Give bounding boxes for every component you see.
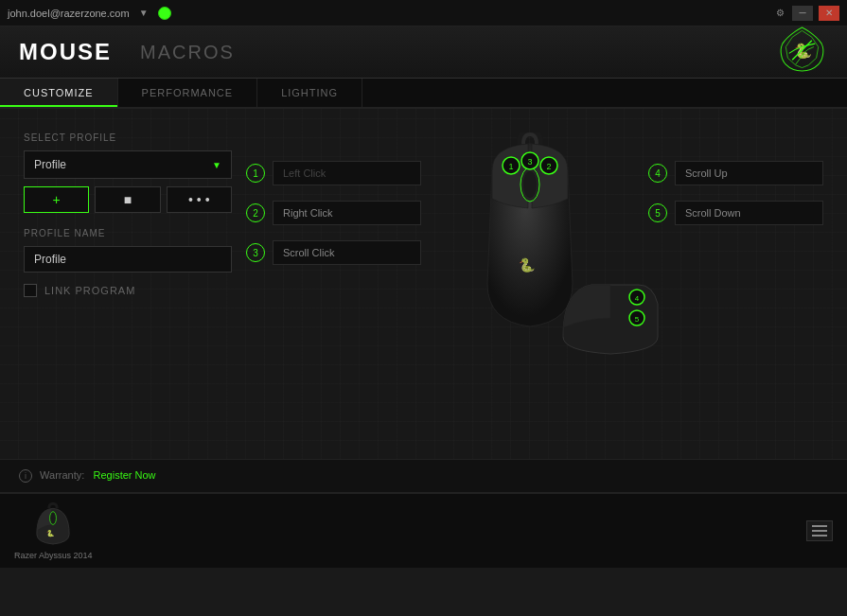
btn-scroll-down[interactable]: Scroll Down: [675, 201, 823, 225]
svg-text:2: 2: [546, 162, 551, 171]
svg-text:🐍: 🐍: [794, 42, 812, 60]
app-subtitle: MACROS: [140, 42, 235, 63]
button-row-5: 5 Scroll Down: [648, 201, 823, 225]
btn-scroll-click[interactable]: Scroll Click: [273, 240, 421, 265]
hamburger-icon: [812, 525, 827, 527]
middle-right-area: 1 Left Click 2 Right Click 3 Scroll Clic…: [246, 132, 823, 445]
svg-text:5: 5: [635, 315, 640, 324]
right-button-column: 4 Scroll Up 5 Scroll Down: [639, 132, 823, 233]
titlebar: john.doel@razerzone.com ▼ ⚙ ─ ✕: [0, 0, 847, 26]
btn-number-1: 1: [246, 164, 265, 183]
titlebar-controls: ⚙ ─ ✕: [773, 6, 839, 21]
dropdown-icon[interactable]: ▼: [137, 7, 150, 20]
hamburger-icon: [812, 530, 827, 532]
link-program-label: LINK PROGRAM: [44, 285, 135, 296]
svg-text:1: 1: [508, 162, 513, 171]
btn-number-5: 5: [648, 203, 667, 222]
warranty-text: i Warranty: Register Now: [19, 469, 156, 483]
status-indicator: [158, 7, 171, 20]
svg-text:4: 4: [635, 294, 640, 303]
add-profile-button[interactable]: +: [24, 186, 89, 213]
user-email: john.doel@razerzone.com: [8, 8, 130, 19]
taskbar-device[interactable]: 🐍 Razer Abyssus 2014: [14, 502, 93, 560]
link-program-row[interactable]: LINK PROGRAM: [24, 284, 232, 297]
left-button-column: 1 Left Click 2 Right Click 3 Scroll Clic…: [246, 132, 421, 273]
dropdown-arrow-icon: ▼: [212, 160, 221, 170]
status-bar: i Warranty: Register Now: [0, 459, 847, 492]
minimize-button[interactable]: ─: [792, 6, 813, 21]
profile-select-value: Profile: [34, 158, 66, 171]
profile-action-buttons: + ■ • • •: [24, 186, 232, 213]
profile-name-input[interactable]: [24, 246, 232, 273]
titlebar-left: john.doel@razerzone.com ▼: [8, 7, 171, 20]
tab-bar: CUSTOMIZE PERFORMANCE LIGHTING: [0, 79, 847, 109]
hamburger-icon: [812, 535, 827, 537]
content-area: SELECT PROFILE Profile ▼ + ■ • • • PROFI…: [0, 109, 847, 459]
taskbar-menu-button[interactable]: [806, 520, 833, 541]
mouse-side-view: 4 5: [554, 271, 667, 369]
app-title: MOUSE: [19, 39, 112, 65]
svg-point-14: [50, 512, 57, 525]
mouse-visual: 🐍 1 2 3: [421, 132, 639, 360]
svg-text:🐍: 🐍: [519, 257, 536, 273]
taskbar-device-label: Razer Abyssus 2014: [14, 551, 93, 560]
more-options-button[interactable]: • • •: [167, 186, 232, 213]
button-row-2: 2 Right Click: [246, 201, 421, 225]
svg-point-2: [523, 171, 537, 198]
select-profile-label: SELECT PROFILE: [24, 132, 232, 143]
button-row-3: 3 Scroll Click: [246, 240, 421, 265]
tab-lighting[interactable]: LIGHTING: [257, 79, 362, 107]
svg-text:🐍: 🐍: [46, 529, 55, 537]
main-header: MOUSE MACROS 🐍: [0, 26, 847, 79]
btn-number-3: 3: [246, 243, 265, 262]
btn-number-4: 4: [648, 164, 667, 183]
link-program-checkbox[interactable]: [24, 284, 37, 297]
button-row-4: 4 Scroll Up: [648, 161, 823, 185]
close-button[interactable]: ✕: [819, 6, 839, 21]
register-now-link[interactable]: Register Now: [94, 469, 156, 481]
taskbar-mouse-icon: 🐍: [25, 502, 81, 547]
svg-text:3: 3: [527, 157, 532, 167]
settings-icon[interactable]: ⚙: [773, 7, 786, 20]
btn-scroll-up[interactable]: Scroll Up: [675, 161, 823, 185]
tab-customize[interactable]: CUSTOMIZE: [0, 79, 118, 107]
btn-left-click[interactable]: Left Click: [273, 161, 421, 185]
profile-name-label: PROFILE NAME: [24, 228, 232, 238]
btn-number-2: 2: [246, 203, 265, 222]
btn-right-click[interactable]: Right Click: [273, 201, 421, 225]
razer-logo: 🐍: [776, 25, 828, 80]
info-icon: i: [19, 469, 32, 483]
delete-profile-button[interactable]: ■: [95, 186, 160, 213]
tab-performance[interactable]: PERFORMANCE: [118, 79, 258, 107]
left-panel: SELECT PROFILE Profile ▼ + ■ • • • PROFI…: [24, 132, 246, 445]
profile-select-dropdown[interactable]: Profile ▼: [24, 150, 232, 179]
button-row-1: 1 Left Click: [246, 161, 421, 185]
taskbar: 🐍 Razer Abyssus 2014: [0, 492, 847, 568]
